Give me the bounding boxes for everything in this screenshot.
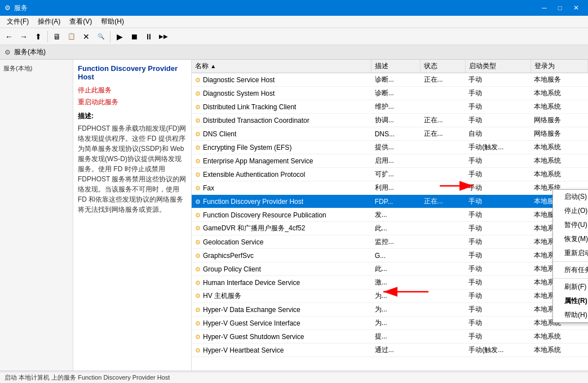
table-row[interactable]: ⚙Encrypting File System (EFS)提供...手动(触发.… [192,141,588,154]
table-row[interactable]: ⚙Fax利用...手动本地系统 [192,181,588,195]
context-menu-item-6[interactable]: 刷新(F) [553,280,588,294]
menu-action[interactable]: 操作(A) [33,16,65,28]
service-icon: ⚙ [195,252,201,259]
service-starttype-cell: 手动 [465,317,530,330]
table-row[interactable]: ⚙Enterprise App Management Service启用...手… [192,154,588,168]
table-row[interactable]: ⚙Distributed Transaction Coordinator协调..… [192,114,588,127]
service-logon-cell: 网络服务 [530,127,587,141]
service-starttype-cell: 手动 [465,114,530,127]
service-icon: ⚙ [195,266,201,273]
service-icon: ⚙ [195,104,201,110]
close-button[interactable]: ✕ [569,4,583,12]
properties-button[interactable]: 📋 [65,30,78,43]
menu-view[interactable]: 查看(V) [65,16,96,28]
service-desc-cell: 诊断... [372,73,421,87]
service-desc-cell: 通过... [372,344,421,357]
table-row[interactable]: ⚙Hyper-V Guest Service Interface为...手动本地… [192,317,588,330]
service-name-cell: ⚙Diagnostic System Host [192,87,372,100]
service-desc-cell: 利用... [372,181,421,195]
service-starttype-cell: 手动 [465,235,530,249]
table-row[interactable]: ⚙HV 主机服务为...手动本地系统 [192,290,588,303]
service-status-cell [421,249,466,262]
service-status-cell: 正在... [421,127,466,141]
table-row[interactable]: ⚙GameDVR 和广播用户服务_4cf52此...手动本地系统 [192,222,588,235]
show-hide-button[interactable]: 🖥 [50,30,64,43]
service-starttype-cell: 手动 [465,357,530,360]
table-row[interactable]: ⚙Diagnostic Service Host诊断...正在...手动本地服务 [192,73,588,87]
context-menu: 启动(S)停止(O)暂停(U)恢复(M)重新启动(E)所有任务(K)刷新(F)属… [552,189,588,323]
service-desc-cell: 可扩... [372,168,421,181]
service-icon: ⚙ [195,117,201,124]
stop-service-link[interactable]: 停止此服务 [78,86,187,95]
service-name-cell: ⚙Function Discovery Resource Publication [192,208,372,222]
service-desc-cell: 维护... [372,100,421,114]
service-starttype-cell: 手动(触发... [465,344,530,357]
context-menu-item-3[interactable]: 恢复(M) [553,232,588,246]
start-button[interactable]: ▶ [113,30,126,43]
context-menu-item-7[interactable]: 属性(R) [553,294,588,308]
table-row[interactable]: ⚙Hyper-V Guest Shutdown Service提...手动本地系… [192,330,588,344]
table-row[interactable]: ⚙Extensible Authentication Protocol可扩...… [192,168,588,181]
service-status-cell [421,141,466,154]
context-menu-item-4[interactable]: 重新启动(E) [553,246,588,260]
context-menu-item-0[interactable]: 启动(S) [553,190,588,204]
stop-button[interactable]: ⏹ [127,30,141,43]
col-starttype[interactable]: 启动类型 [465,60,530,73]
restart-button[interactable]: ▶▶ [157,30,170,43]
service-status-cell [421,290,466,303]
menu-bar: 文件(F) 操作(A) 查看(V) 帮助(H) [0,16,588,28]
col-logon[interactable]: 登录为 [530,60,587,73]
table-row[interactable]: ⚙Geolocation Service监控...手动本地系统 [192,235,588,249]
service-status-cell [421,262,466,276]
minimize-button[interactable]: ─ [537,4,551,12]
context-menu-item-8[interactable]: 帮助(H) [553,308,588,322]
service-starttype-cell: 手动 [465,73,530,87]
table-row[interactable]: ⚙Distributed Link Tracking Client维护...手动… [192,100,588,114]
delete-button[interactable]: ✕ [79,30,93,43]
table-row[interactable]: ⚙Function Discovery Resource Publication… [192,208,588,222]
context-menu-item-2[interactable]: 暂停(U) [553,218,588,232]
status-bar: 启动 本地计算机 上的服务 Function Discovery Provide… [0,372,588,383]
maximize-button[interactable]: □ [554,4,567,12]
service-table: 名称 ▲ 描述 状态 启动类型 登录为 ⚙Diagnostic Service … [192,60,588,359]
menu-file[interactable]: 文件(F) [2,16,33,28]
table-row[interactable]: ⚙Hyper-V Heartbeat Service通过...手动(触发...本… [192,344,588,357]
table-row[interactable]: ⚙Hyper-V Data Exchange Service为...手动本地系统 [192,303,588,317]
service-logon-cell: 本地系统 [530,154,587,168]
app-icon: ⚙ [5,4,11,12]
table-row[interactable]: ⚙Diagnostic System Host诊断...手动本地系统 [192,87,588,100]
table-row[interactable]: ⚙DNS ClientDNS...正在...自动网络服务 [192,127,588,141]
service-name-cell: ⚙GraphicsPerfSvc [192,249,372,262]
service-icon: ⚙ [195,198,201,205]
export-button[interactable]: 🔍 [94,30,108,43]
restart-service-link[interactable]: 重启动此服务 [78,97,187,107]
service-status-cell [421,222,466,235]
pause-button[interactable]: ⏸ [142,30,156,43]
service-starttype-cell: 手动 [465,222,530,235]
menu-help[interactable]: 帮助(H) [96,16,129,28]
col-name[interactable]: 名称 ▲ [192,60,372,73]
back-button[interactable]: ← [2,30,16,43]
table-wrapper[interactable]: 名称 ▲ 描述 状态 启动类型 登录为 ⚙Diagnostic Service … [192,60,588,359]
detail-description: FDPHOST 服务承载功能发现(FD)网络发现提供程序。这些 FD 提供程序为… [78,123,187,215]
table-row[interactable]: ⚙Function Discovery Provider HostFDP...正… [192,195,588,208]
col-status[interactable]: 状态 [421,60,466,73]
service-status-cell [421,154,466,168]
table-row[interactable]: ⚙Hyper-V PowerShell Direct Service提供...手… [192,357,588,360]
service-status-cell [421,100,466,114]
service-icon: ⚙ [195,225,201,231]
context-menu-item-1[interactable]: 停止(O) [553,204,588,218]
up-button[interactable]: ⬆ [32,30,45,43]
service-name-cell: ⚙HV 主机服务 [192,290,372,303]
table-row[interactable]: ⚙Group Policy Client此...手动本地系统 [192,262,588,276]
service-logon-cell: 网络服务 [530,114,587,127]
context-menu-item-5[interactable]: 所有任务(K) [553,263,588,277]
service-logon-cell: 本地系统 [530,87,587,100]
service-logon-cell: 本地系统 [530,357,587,360]
service-starttype-cell: 手动(触发... [465,141,530,154]
table-row[interactable]: ⚙GraphicsPerfSvcG...手动本地系统 [192,249,588,262]
service-status-cell [421,87,466,100]
col-desc[interactable]: 描述 [372,60,421,73]
table-row[interactable]: ⚙Human Interface Device Service激...手动本地系… [192,276,588,290]
forward-button[interactable]: → [17,30,30,43]
